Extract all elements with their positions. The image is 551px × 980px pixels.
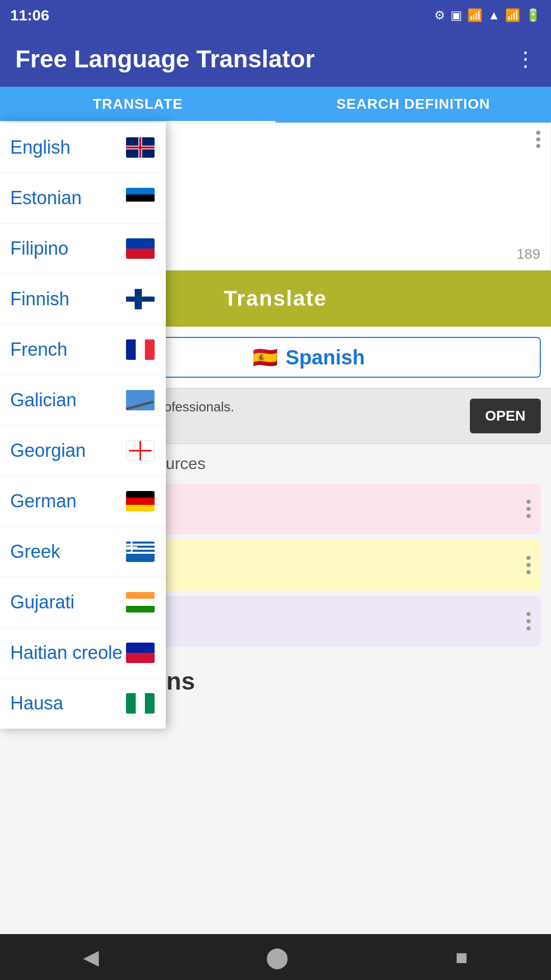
input-menu-dots[interactable] — [536, 131, 540, 148]
target-language-name: Spanish — [286, 346, 365, 369]
language-item[interactable]: Haitian creole — [0, 628, 166, 678]
language-flag — [125, 642, 156, 664]
home-button[interactable]: ⬤ — [266, 945, 289, 969]
target-flag: 🇪🇸 — [253, 346, 278, 370]
language-flag — [125, 440, 156, 461]
nav-bar: ◀ ⬤ ■ — [0, 934, 551, 980]
language-flag — [125, 389, 156, 411]
language-item[interactable]: French — [0, 325, 166, 375]
tab-translate[interactable]: TRANSLATE — [0, 87, 276, 122]
screen-icon: ▣ — [450, 8, 462, 22]
status-icons: ⚙ ▣ 📶 ▲ 📶 🔋 — [434, 8, 541, 22]
status-bar: 11:06 ⚙ ▣ 📶 ▲ 📶 🔋 — [0, 0, 551, 31]
char-count: 189 — [516, 246, 540, 262]
language-item[interactable]: Filipino — [0, 224, 166, 274]
language-item-name: Finnish — [10, 288, 69, 310]
language-dropdown: English Estonian Filipino Finnish French… — [0, 122, 166, 729]
language-item[interactable]: Galician — [0, 375, 166, 426]
language-item-name: Estonian — [10, 187, 82, 209]
language-item[interactable]: Greek — [0, 527, 166, 577]
card-menu-3[interactable] — [527, 612, 531, 630]
tab-search-definition[interactable]: SEARCH DEFINITION — [276, 87, 551, 122]
language-flag — [125, 491, 156, 512]
language-item-name: Galician — [10, 389, 77, 411]
language-item[interactable]: Finnish — [0, 274, 166, 325]
language-item-name: Filipino — [10, 238, 68, 259]
language-item[interactable]: Hausa — [0, 678, 166, 729]
language-flag — [125, 238, 156, 259]
language-flag — [125, 339, 156, 360]
status-time: 11:06 — [10, 7, 49, 24]
language-item[interactable]: Gujarati — [0, 577, 166, 628]
language-item-name: Georgian — [10, 440, 86, 461]
signal-icon: 📶 — [505, 8, 520, 22]
card-menu-2[interactable] — [527, 556, 531, 574]
language-item-name: French — [10, 339, 67, 360]
language-item[interactable]: English — [0, 122, 166, 173]
tab-bar: TRANSLATE SEARCH DEFINITION — [0, 87, 551, 122]
language-item[interactable]: German — [0, 476, 166, 527]
language-flag — [125, 288, 156, 310]
language-item-name: Hausa — [10, 693, 63, 714]
language-item-name: Haitian creole — [10, 642, 122, 664]
battery-icon: 🔋 — [525, 8, 541, 22]
language-flag — [125, 187, 156, 209]
translate-button-label: Translate — [224, 286, 327, 311]
language-item-name: German — [10, 491, 77, 512]
sim-icon: 📶 — [467, 8, 483, 22]
language-item[interactable]: Georgian — [0, 426, 166, 476]
more-options-icon[interactable]: ⋮ — [515, 47, 536, 70]
language-item-name: Gujarati — [10, 592, 74, 613]
language-item-name: English — [10, 137, 70, 158]
language-flag — [125, 592, 156, 613]
language-item[interactable]: Estonian — [0, 173, 166, 224]
language-flag — [125, 541, 156, 562]
ad-open-button[interactable]: OPEN — [470, 399, 541, 433]
settings-icon: ⚙ — [434, 8, 445, 22]
card-menu-1[interactable] — [527, 500, 531, 518]
language-item-name: Greek — [10, 541, 60, 562]
language-flag — [125, 693, 156, 714]
app-bar: Free Language Translator ⋮ — [0, 31, 551, 87]
back-button[interactable]: ◀ — [83, 945, 99, 969]
wifi-icon: ▲ — [488, 8, 500, 22]
recents-button[interactable]: ■ — [456, 946, 468, 969]
language-flag — [125, 137, 156, 158]
app-title: Free Language Translator — [15, 45, 315, 73]
